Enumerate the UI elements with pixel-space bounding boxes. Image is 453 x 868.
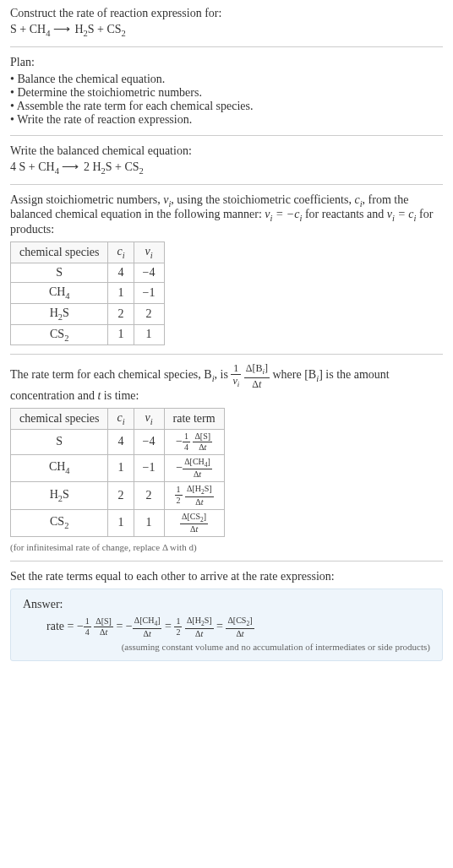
cell-rate: −14 Δ[S]Δt (164, 429, 224, 454)
col-rate: rate term (164, 408, 224, 429)
cell-vi: 2 (134, 482, 164, 510)
table-header-row: chemical species ci νi rate term (11, 408, 225, 429)
divider (10, 135, 443, 136)
infinitesimal-note: (for infinitesimal rate of change, repla… (10, 542, 443, 552)
table-header-row: chemical species ci νi (11, 242, 165, 263)
cell-species: CS2 (11, 509, 108, 537)
plan-item: Balance the chemical equation. (10, 73, 443, 86)
text-fragment: is time: (101, 389, 139, 402)
plan-list: Balance the chemical equation. Determine… (10, 73, 443, 127)
balanced-section: Write the balanced chemical equation: 4 … (10, 144, 443, 176)
col-species: chemical species (11, 242, 108, 263)
table-row: CH4 1 −1 (11, 282, 165, 303)
cell-ci: 2 (108, 482, 134, 510)
plan-item: Determine the stoichiometric numbers. (10, 86, 443, 100)
col-ci: ci (108, 408, 134, 429)
rate-label: rate = (46, 620, 77, 632)
cell-ci: 1 (108, 324, 134, 345)
text-fragment: where [B (273, 369, 317, 382)
rateterm-table: chemical species ci νi rate term S 4 −4 … (10, 408, 225, 537)
divider (10, 354, 443, 355)
answer-box: Answer: rate = −14 Δ[S]Δt = −Δ[CH4]Δt = … (10, 589, 443, 661)
cell-vi: −4 (134, 429, 164, 454)
cell-vi: 1 (134, 324, 164, 345)
cell-rate: −Δ[CH4]Δt (164, 454, 224, 482)
divider (10, 561, 443, 561)
text-fragment: , is (215, 369, 232, 382)
text-fragment: , using the stoichiometric coefficients, (171, 193, 354, 206)
cell-species: S (11, 429, 108, 454)
cell-species: H2S (11, 303, 108, 324)
col-vi: νi (134, 408, 164, 429)
cell-species: H2S (11, 482, 108, 510)
col-species: chemical species (11, 408, 108, 429)
frac-dBi-dt: Δ[Bi]Δt (244, 363, 270, 388)
stoich-text: Assign stoichiometric numbers, νi, using… (10, 193, 443, 237)
table-row: S 4 −4 −14 Δ[S]Δt (11, 429, 225, 454)
plan-item: Assemble the rate term for each chemical… (10, 100, 443, 113)
stoich-section: Assign stoichiometric numbers, νi, using… (10, 193, 443, 346)
cell-ci: 2 (108, 303, 134, 324)
rateterm-section: The rate term for each chemical species,… (10, 363, 443, 552)
rateterm-text: The rate term for each chemical species,… (10, 363, 443, 402)
text-fragment: Assign stoichiometric numbers, (10, 193, 163, 206)
final-section: Set the rate terms equal to each other t… (10, 570, 443, 661)
stoich-table: chemical species ci νi S 4 −4 CH4 1 −1 H… (10, 241, 165, 345)
cell-vi: 1 (134, 509, 164, 537)
cell-species: CH4 (11, 282, 108, 303)
cell-ci: 1 (108, 282, 134, 303)
cell-ci: 4 (108, 263, 134, 282)
table-row: H2S 2 2 (11, 303, 165, 324)
balanced-heading: Write the balanced chemical equation: (10, 144, 443, 158)
cell-vi: −4 (134, 263, 164, 282)
intro-section: Construct the rate of reaction expressio… (10, 7, 443, 38)
cell-ci: 1 (108, 509, 134, 537)
cell-ci: 1 (108, 454, 134, 482)
table-row: CS2 1 1 (11, 324, 165, 345)
cell-rate: 12 Δ[H2S]Δt (164, 482, 224, 510)
cell-species: S (11, 263, 108, 282)
answer-label: Answer: (23, 598, 430, 611)
balanced-equation: 4 S + CH4 ⟶ 2 H2S + CS2 (10, 160, 443, 176)
intro-prompt: Construct the rate of reaction expressio… (10, 7, 443, 20)
rate-expression: rate = −14 Δ[S]Δt = −Δ[CH4]Δt = 12 Δ[H2S… (23, 616, 430, 638)
plan-item: Write the rate of reaction expression. (10, 113, 443, 127)
cell-vi: −1 (134, 282, 164, 303)
cell-vi: −1 (134, 454, 164, 482)
plan-heading: Plan: (10, 56, 443, 69)
text-fragment: for reactants and (302, 208, 386, 220)
col-ci: ci (108, 242, 134, 263)
cell-ci: 4 (108, 429, 134, 454)
cell-species: CS2 (11, 324, 108, 345)
text-fragment: The rate term for each chemical species,… (10, 369, 212, 382)
assumption-note: (assuming constant volume and no accumul… (23, 642, 430, 652)
table-row: H2S 2 2 12 Δ[H2S]Δt (11, 482, 225, 510)
divider (10, 184, 443, 185)
table-row: S 4 −4 (11, 263, 165, 282)
plan-section: Plan: Balance the chemical equation. Det… (10, 56, 443, 127)
col-vi: νi (134, 242, 164, 263)
cell-species: CH4 (11, 454, 108, 482)
cell-vi: 2 (134, 303, 164, 324)
table-row: CH4 1 −1 −Δ[CH4]Δt (11, 454, 225, 482)
cell-rate: Δ[CS2]Δt (164, 509, 224, 537)
frac-one-over-nu: 1νi (231, 363, 241, 388)
divider (10, 46, 443, 47)
table-row: CS2 1 1 Δ[CS2]Δt (11, 509, 225, 537)
unbalanced-equation: S + CH4 ⟶ H2S + CS2 (10, 22, 443, 38)
final-heading: Set the rate terms equal to each other t… (10, 570, 443, 583)
